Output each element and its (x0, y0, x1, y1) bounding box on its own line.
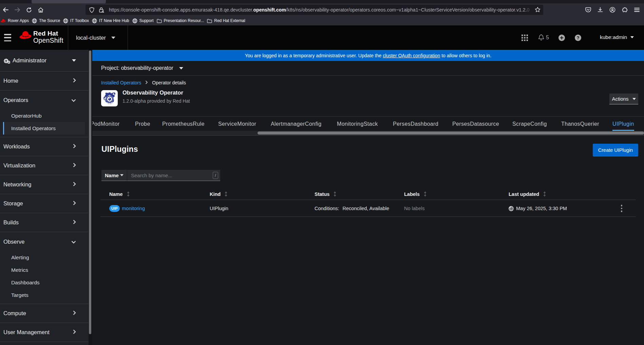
column-header-name[interactable]: Name (100, 188, 204, 200)
sidebar-item-targets[interactable]: Targets (0, 289, 89, 301)
notifications-bell[interactable]: 5 (538, 34, 549, 41)
sort-icon[interactable] (543, 191, 546, 197)
sort-icon[interactable] (424, 191, 427, 197)
tab-persesdatasource[interactable]: PersesDatasource (452, 117, 499, 131)
operator-subtitle: 1.2.0-alpha provided by Red Hat (122, 99, 190, 104)
column-header-labels[interactable]: Labels (399, 188, 503, 200)
sidebar-item-alerting[interactable]: Alerting (0, 251, 89, 264)
tabs-horizontal-scrollbar[interactable] (92, 131, 644, 136)
chevron-down-icon (71, 239, 76, 245)
tab-servicemonitor[interactable]: ServiceMonitor (218, 117, 256, 131)
kebab-menu[interactable] (611, 200, 632, 217)
search-input[interactable] (127, 172, 202, 178)
tab-alertmanagerconfig[interactable]: AlertmanagerConfig (271, 117, 322, 131)
bookmark-folder-presentation[interactable]: Presentation Resour... (157, 17, 204, 24)
menu-icon[interactable] (632, 5, 642, 15)
import-yaml-plus-icon[interactable] (554, 30, 569, 45)
sidebar-item-operatorhub[interactable]: OperatorHub (0, 109, 89, 122)
sort-icon[interactable] (334, 191, 336, 197)
tab-podmonitor[interactable]: PodMonitor (92, 117, 120, 131)
filter-type-dropdown[interactable]: Name (101, 170, 127, 181)
bookmark-folder-redhat-external[interactable]: Red Hat External (207, 17, 245, 24)
account-icon[interactable] (607, 5, 618, 15)
banner-text: to allow others to log in. (441, 53, 491, 58)
project-selector[interactable]: Project: observability-operator (92, 61, 644, 76)
sort-icon[interactable] (127, 191, 130, 197)
uiplugins-table: Name Kind Status Labels (100, 188, 636, 217)
app-launcher-icon[interactable] (517, 30, 532, 45)
browser-tab[interactable] (32, 0, 106, 3)
bookmark-label: IT New Hire Hub (99, 18, 129, 23)
home-button[interactable] (36, 5, 46, 15)
column-header-last-updated[interactable]: Last updated (503, 188, 615, 200)
downloads-icon[interactable] (595, 5, 605, 15)
table-row: UIP monitoring UIPlugin Conditions: Reco… (100, 200, 636, 217)
perspective-switcher[interactable]: Administrator (0, 50, 89, 72)
sidebar-item-virtualization[interactable]: Virtualization (0, 156, 89, 175)
lock-warning-icon[interactable] (99, 7, 105, 13)
sidebar-item-workloads[interactable]: Workloads (0, 137, 89, 156)
sidebar-item-home[interactable]: Home (0, 72, 89, 90)
extensions-icon[interactable] (620, 5, 630, 15)
operator-title: Observability Operator (122, 89, 183, 96)
sidebar-item-metrics[interactable]: Metrics (0, 264, 89, 276)
sort-icon[interactable] (225, 191, 227, 197)
filter-toolbar: Name / (101, 170, 220, 181)
resource-tabs: PodMonitor Probe PrometheusRule ServiceM… (92, 116, 644, 131)
sidebar-item-networking[interactable]: Networking (0, 175, 89, 194)
chevron-right-icon (73, 329, 76, 336)
tab-thanosquerier[interactable]: ThanosQuerier (561, 117, 599, 131)
column-header-kind[interactable]: Kind (204, 188, 309, 200)
sidebar-item-storage[interactable]: Storage (0, 194, 89, 213)
tab-persesdashboard[interactable]: PersesDashboard (393, 117, 438, 131)
user-menu[interactable]: kube:admin (600, 34, 634, 40)
tab-probe[interactable]: Probe (135, 117, 150, 131)
breadcrumb-installed-operators[interactable]: Installed Operators (101, 80, 141, 85)
sidebar: Administrator Home Operators OperatorHub… (0, 50, 89, 345)
tab-monitoringstack[interactable]: MonitoringStack (337, 117, 378, 131)
caret-down-icon (630, 36, 634, 38)
scrollbar-thumb[interactable] (258, 131, 644, 135)
cell-last-updated: May 26, 2025, 3:30 PM (503, 200, 615, 217)
url-bar[interactable]: https://console-openshift-console.apps.e… (86, 5, 543, 15)
create-uiplugin-button[interactable]: Create UIPlugin (593, 144, 638, 157)
bookmark-label: Support (139, 18, 154, 23)
column-header-status[interactable]: Status (309, 188, 399, 200)
shield-icon[interactable] (89, 7, 94, 13)
oauth-config-link[interactable]: cluster OAuth configuration (383, 53, 440, 58)
bookmark-it-toolbox[interactable]: IT Toolbox (63, 17, 89, 24)
bookmark-support[interactable]: Support (132, 17, 154, 24)
tab-scrapeconfig[interactable]: ScrapeConfig (512, 117, 547, 131)
pocket-icon[interactable] (583, 5, 593, 15)
url-text: https://console-openshift-console.apps.e… (109, 7, 531, 13)
sidebar-item-builds[interactable]: Builds (0, 213, 89, 232)
bookmark-star-icon[interactable] (535, 7, 541, 14)
banner-text: You are logged in as a temporary adminis… (245, 53, 382, 58)
bookmark-the-source[interactable]: The Source (32, 17, 60, 24)
page-title: UIPlugins (101, 145, 138, 154)
cell-name: UIP monitoring (100, 200, 204, 217)
sidebar-item-installed-operators[interactable]: Installed Operators (3, 122, 85, 135)
forward-button[interactable] (12, 5, 22, 15)
sidebar-item-observe[interactable]: Observe (0, 232, 89, 251)
tab-uiplugin[interactable]: UIPlugin (612, 117, 634, 131)
actions-dropdown[interactable]: Actions (609, 94, 638, 104)
sidebar-item-dashboards[interactable]: Dashboards (0, 276, 89, 289)
timestamp-globe-icon (509, 206, 514, 211)
sidebar-scrollbar[interactable] (89, 50, 92, 345)
reload-button[interactable] (24, 5, 34, 15)
tab-prometheusrule[interactable]: PrometheusRule (162, 117, 205, 131)
bookmark-rover-apps[interactable]: Rover Apps (1, 17, 29, 24)
sidebar-scrollbar-thumb[interactable] (89, 50, 91, 334)
sidebar-item-compute[interactable]: Compute (0, 304, 89, 323)
chevron-right-icon (73, 200, 76, 207)
sidebar-item-user-management[interactable]: User Management (0, 323, 89, 342)
caret-down-icon (632, 98, 636, 100)
resource-link-monitoring[interactable]: monitoring (122, 206, 145, 211)
help-icon[interactable]: ? (570, 30, 585, 45)
sidebar-item-operators[interactable]: Operators (0, 90, 89, 109)
bookmarks-bar: Rover Apps The Source IT Toolbox IT New … (0, 16, 644, 25)
back-button[interactable] (0, 5, 11, 15)
bookmark-it-new-hire-hub[interactable]: IT New Hire Hub (92, 17, 129, 24)
operator-icon (101, 90, 118, 106)
